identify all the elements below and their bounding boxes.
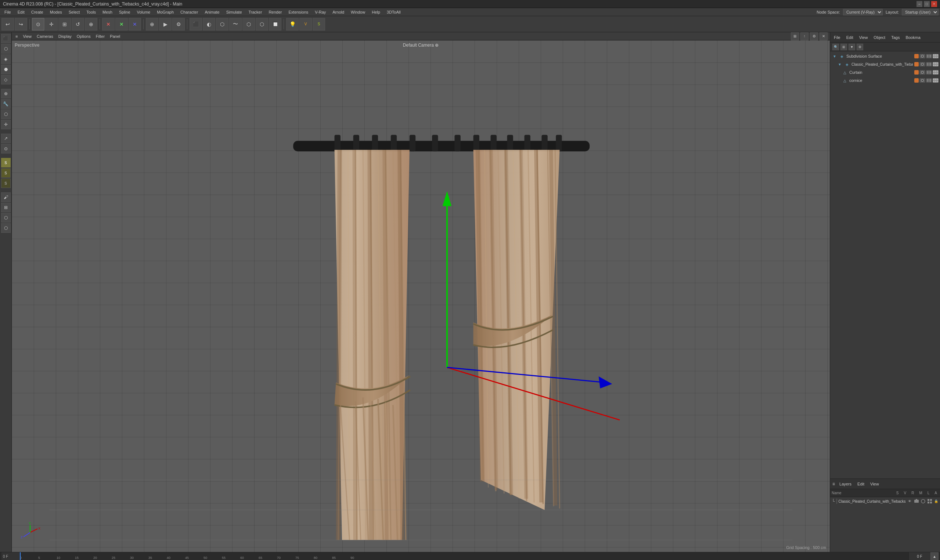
z-axis-button[interactable]: ✕ [129,18,141,31]
menu-modes[interactable]: Modes [47,9,65,15]
menu-animate[interactable]: Animate [202,9,222,15]
terrain-tool[interactable]: ⬡ [1,223,11,233]
rotate-tool-button[interactable]: ↺ [72,18,84,31]
y-axis-button[interactable]: ✕ [115,18,128,31]
viewport-maximize[interactable]: ↑ [800,32,809,40]
viewport-expand[interactable]: ⊞ [791,32,799,40]
play-button[interactable]: ▶ [159,18,172,31]
viewport-close[interactable]: ✕ [820,32,828,40]
obj-fold-icon[interactable]: ▼ [849,44,855,50]
playhead[interactable] [20,552,21,560]
x-axis-button[interactable]: ✕ [102,18,115,31]
menu-arnold[interactable]: Arnold [329,9,347,15]
vt-filter[interactable]: Filter [94,34,106,39]
timeline-expand-btn[interactable]: ▲ [931,552,938,560]
circle-tool[interactable]: ◐ [203,18,215,31]
hex-tool[interactable]: ⬡ [1,213,11,223]
vt-options[interactable]: Options [75,34,92,39]
menu-window[interactable]: Window [348,9,368,15]
menu-edit[interactable]: Edit [15,9,28,15]
menu-mograph[interactable]: MoGraph [154,9,177,15]
3d-viewport[interactable]: Perspective Default Camera ⊕ [12,40,830,552]
spline-tool[interactable]: 〜 [229,18,242,31]
scale-tool-button[interactable]: ⊞ [58,18,71,31]
obj-view-btn[interactable]: View [858,35,869,40]
menu-character[interactable]: Character [177,9,201,15]
poly-mode-tool[interactable]: ◈ [1,54,11,64]
deform-tool[interactable]: ⬡ [256,18,268,31]
light-tool[interactable]: 💡 [286,18,298,31]
vt-cameras[interactable]: Cameras [35,34,55,39]
undo-button[interactable]: ↩ [2,18,14,31]
minimize-button[interactable]: – [917,1,922,7]
menu-create[interactable]: Create [28,9,46,15]
tree-item-cornice[interactable]: △ cornice [830,76,940,85]
menu-extensions[interactable]: Extensions [285,9,311,15]
layout-select[interactable]: Startup (User) [902,9,938,15]
menu-help[interactable]: Help [369,9,383,15]
menu-select[interactable]: Select [66,9,83,15]
layer-row-0[interactable]: └ Classic_Pleated_Curtains_with_Tiebacks… [830,497,940,505]
layer-eye-icon[interactable]: 👁 [907,498,912,504]
menu-3dtoall[interactable]: 3DToAll [384,9,404,15]
transform-button[interactable]: ⊕ [85,18,97,31]
layer-camera-icon[interactable] [914,498,919,504]
menu-volume[interactable]: Volume [134,9,154,15]
layers-menu-icon[interactable]: ≡ [832,482,835,486]
layers-edit-btn[interactable]: Edit [856,482,866,486]
timeline-ticks-container[interactable]: 0 5 10 15 20 25 30 35 40 45 50 55 60 65 … [20,552,908,560]
menu-simulate[interactable]: Simulate [223,9,245,15]
brush-tool[interactable]: 🖌 [1,192,11,202]
menu-render[interactable]: Render [266,9,285,15]
polygon-tool[interactable]: ⬡ [216,18,228,31]
camera-btn[interactable]: 🔲 [269,18,282,31]
move-tool-button[interactable]: ✛ [45,18,58,31]
vray-icon[interactable]: V [299,18,312,31]
magnet-tool[interactable]: 🔧 [1,99,11,109]
close-button[interactable]: × [931,1,937,7]
s-material-3[interactable]: S [1,178,11,188]
menu-mesh[interactable]: Mesh [100,9,115,15]
obj-object-btn[interactable]: Object [872,35,887,40]
layer-grid-icon[interactable] [927,498,932,504]
menu-spline[interactable]: Spline [116,9,133,15]
s-icon[interactable]: S [312,18,325,31]
menu-tracker[interactable]: Tracker [246,9,265,15]
axis-tool[interactable]: ✛ [1,120,11,129]
menu-vray[interactable]: V-Ray [312,9,329,15]
layers-btn[interactable]: Layers [838,482,853,486]
maximize-button[interactable]: □ [924,1,930,7]
obj-bookmarks-btn[interactable]: Bookma [904,35,922,40]
obj-search-icon[interactable]: 🔍 [832,44,839,50]
uv-mode-tool[interactable]: ◇ [1,75,11,85]
s-material-1[interactable]: S [1,158,11,168]
node-space-select[interactable]: Current (V-Ray) [843,9,883,15]
layer-render-icon[interactable] [920,498,926,504]
tree-item-subdivision[interactable]: ▼ ◈ Subdivision Surface [830,52,940,60]
edge-mode-tool[interactable]: ⬡ [1,44,11,54]
obj-file-btn[interactable]: File [832,35,842,40]
snap-tool[interactable]: ⊕ [1,89,11,98]
vt-display[interactable]: Display [57,34,73,39]
nurbs-tool[interactable]: ⬡ [242,18,255,31]
layer-lock-icon[interactable]: 🔒 [934,498,939,504]
tree-item-curtain[interactable]: △ Curtain [830,68,940,76]
redo-button[interactable]: ↪ [15,18,27,31]
layers-view-btn[interactable]: View [869,482,880,486]
vt-menu-icon[interactable]: ≡ [14,34,19,39]
vt-panel[interactable]: Panel [108,34,122,39]
live-select-button[interactable]: ⊙ [32,18,45,31]
grid-tool[interactable]: ⊞ [1,203,11,212]
add-button[interactable]: ⊕ [146,18,158,31]
bend-tool[interactable]: ↗ [1,134,11,143]
tree-item-curtains[interactable]: ▼ ◈ Classic_Pleated_Curtains_with_Tiebac… [835,60,940,68]
vt-view[interactable]: View [21,34,33,39]
obj-filter-icon[interactable]: ⊞ [840,44,847,50]
mirror-tool[interactable]: ⬡ [1,109,11,119]
viewport-settings[interactable]: ⚙ [810,32,818,40]
render-settings-button[interactable]: ⚙ [172,18,185,31]
obj-edit-btn[interactable]: Edit [845,35,855,40]
menu-tools[interactable]: Tools [83,9,99,15]
menu-file[interactable]: File [2,9,14,15]
obj-tags-btn[interactable]: Tags [890,35,901,40]
